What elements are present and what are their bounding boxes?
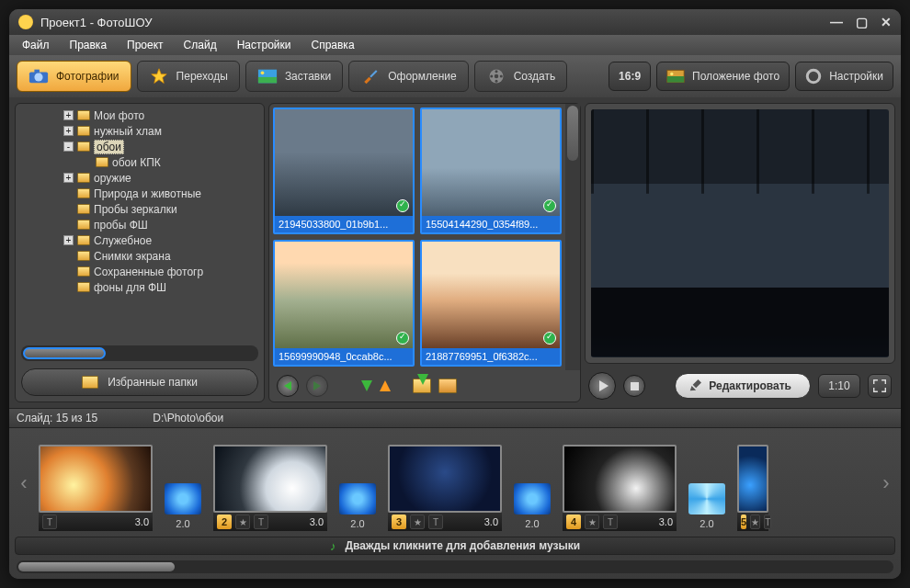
tab-design[interactable]: Оформление bbox=[348, 61, 468, 92]
add-to-folder-icon[interactable] bbox=[413, 379, 431, 393]
star-icon[interactable]: ★ bbox=[750, 514, 760, 529]
tree-node[interactable]: Природа и животные bbox=[17, 186, 262, 201]
tree-toggle-icon[interactable]: - bbox=[63, 141, 74, 152]
aspect-ratio-button[interactable]: 16:9 bbox=[609, 62, 651, 91]
transition[interactable]: 2.0 bbox=[686, 483, 728, 531]
tree-h-scroll[interactable] bbox=[21, 345, 258, 361]
preview-image[interactable] bbox=[591, 109, 889, 357]
folder-icon bbox=[77, 235, 90, 245]
thumbnail[interactable]: 15504144290_0354f89... bbox=[420, 107, 562, 234]
transition[interactable]: 2.0 bbox=[511, 483, 553, 531]
text-icon[interactable]: T bbox=[428, 514, 443, 529]
timeline-next-button[interactable]: › bbox=[877, 435, 895, 531]
menu-item-0[interactable]: Файл bbox=[13, 37, 59, 53]
text-icon[interactable]: T bbox=[254, 514, 268, 529]
tree-toggle-icon[interactable]: + bbox=[63, 173, 74, 183]
folder-tree[interactable]: +Мои фото+нужный хлам-обоиобои КПК+оружи… bbox=[16, 104, 264, 344]
tree-node[interactable]: +нужный хлам bbox=[17, 123, 262, 139]
timeline-h-scroll[interactable] bbox=[17, 560, 893, 573]
close-button[interactable]: ✕ bbox=[881, 15, 892, 29]
reel-icon bbox=[486, 68, 506, 85]
tree-toggle-icon[interactable]: + bbox=[63, 110, 74, 120]
preview-panel bbox=[585, 103, 895, 364]
slide-duration: 3.0 bbox=[484, 516, 498, 527]
title-bar[interactable]: Проект1 - ФотоШОУ — ▢ ✕ bbox=[9, 9, 901, 35]
tab-create[interactable]: Создать bbox=[474, 61, 568, 92]
tree-node[interactable]: +Мои фото bbox=[17, 107, 262, 123]
tree-node[interactable]: Пробы зеркалки bbox=[17, 201, 262, 217]
edit-button[interactable]: Редактировать bbox=[675, 373, 811, 399]
thumbnail[interactable]: 21945033800_01b9b1... bbox=[273, 107, 415, 234]
menu-item-3[interactable]: Слайд bbox=[175, 37, 226, 53]
menu-item-5[interactable]: Справка bbox=[301, 37, 363, 53]
tree-node[interactable]: +Служебное bbox=[17, 232, 262, 248]
tab-splash[interactable]: Заставки bbox=[245, 61, 343, 92]
menu-item-4[interactable]: Настройки bbox=[228, 37, 301, 53]
thumbnail-grid: 21945033800_01b9b1...15504144290_0354f89… bbox=[269, 104, 565, 370]
tab-photos[interactable]: Фотографии bbox=[17, 61, 131, 92]
tree-node[interactable]: пробы ФШ bbox=[17, 217, 262, 232]
text-icon[interactable]: T bbox=[764, 514, 771, 529]
text-icon[interactable]: T bbox=[42, 514, 57, 529]
tree-label: обои КПК bbox=[112, 156, 161, 169]
svg-rect-14 bbox=[667, 76, 684, 83]
minimize-button[interactable]: — bbox=[830, 15, 843, 29]
svg-point-8 bbox=[494, 74, 498, 79]
timeline-slide[interactable]: 2★T3.0 bbox=[213, 445, 327, 531]
checkmark-icon bbox=[396, 332, 409, 345]
fullscreen-icon bbox=[873, 379, 886, 392]
tree-label: Снимки экрана bbox=[94, 250, 171, 263]
timeline-prev-button[interactable]: ‹ bbox=[15, 435, 33, 531]
favorite-folders-button[interactable]: Избранные папки bbox=[21, 368, 258, 396]
tree-label: фоны для ФШ bbox=[94, 281, 166, 294]
pencil-icon bbox=[688, 379, 701, 392]
open-folder-icon[interactable] bbox=[438, 379, 457, 393]
thumbnail[interactable]: 15699990948_0ccab8c... bbox=[273, 240, 415, 367]
current-path: D:\Photo\обои bbox=[153, 412, 223, 424]
tree-node[interactable]: обои КПК bbox=[17, 154, 262, 170]
folder-icon bbox=[77, 141, 90, 152]
stop-button[interactable] bbox=[623, 375, 645, 397]
tree-toggle-icon[interactable]: + bbox=[63, 126, 74, 136]
remove-up-icon[interactable] bbox=[380, 380, 391, 391]
thumb-scrollbar[interactable] bbox=[565, 104, 580, 370]
slide-thumbnail bbox=[563, 445, 677, 513]
play-button[interactable] bbox=[588, 372, 616, 400]
star-icon[interactable]: ★ bbox=[410, 514, 425, 529]
menu-item-1[interactable]: Правка bbox=[61, 37, 117, 53]
timeline-slide[interactable]: 4★T3.0 bbox=[563, 445, 677, 531]
svg-point-1 bbox=[34, 73, 42, 81]
tree-node[interactable]: Снимки экрана bbox=[17, 248, 262, 264]
main-toolbar: Фотографии Переходы Заставки Оформление … bbox=[9, 55, 901, 97]
nav-back-button[interactable] bbox=[277, 375, 299, 397]
checkmark-icon bbox=[543, 199, 556, 212]
transition[interactable]: 2.0 bbox=[336, 483, 379, 531]
settings-button[interactable]: Настройки bbox=[795, 62, 893, 91]
maximize-button[interactable]: ▢ bbox=[856, 15, 868, 29]
star-icon[interactable]: ★ bbox=[235, 514, 250, 529]
tree-node[interactable]: Сохраненные фотогр bbox=[17, 264, 262, 279]
folder-icon bbox=[77, 188, 90, 198]
add-down-icon[interactable] bbox=[361, 380, 372, 391]
thumbnail[interactable]: 21887769951_0f6382c... bbox=[420, 240, 562, 367]
tree-node[interactable]: фоны для ФШ bbox=[17, 279, 262, 295]
nav-forward-button[interactable] bbox=[306, 375, 328, 397]
transition[interactable]: 2.0 bbox=[162, 483, 204, 531]
star-icon[interactable]: ★ bbox=[585, 514, 599, 529]
music-track[interactable]: ♪ Дважды кликните для добавления музыки bbox=[15, 537, 895, 555]
slide-thumbnail bbox=[388, 445, 502, 513]
tree-toggle-icon[interactable]: + bbox=[63, 235, 74, 245]
menu-item-2[interactable]: Проект bbox=[118, 37, 173, 53]
tree-node[interactable]: -обои bbox=[17, 139, 262, 154]
fullscreen-button[interactable] bbox=[868, 374, 892, 398]
transition-duration: 2.0 bbox=[525, 518, 539, 529]
folder-icon bbox=[77, 110, 90, 120]
timeline-slide[interactable]: 3★T3.0 bbox=[388, 445, 502, 531]
text-icon[interactable]: T bbox=[603, 514, 618, 529]
folder-icon bbox=[77, 266, 90, 277]
tree-node[interactable]: +оружие bbox=[17, 170, 262, 186]
tab-transitions[interactable]: Переходы bbox=[137, 61, 240, 92]
timeline-slide[interactable]: T3.0 bbox=[39, 445, 153, 531]
photo-position-button[interactable]: Положение фото bbox=[656, 62, 790, 91]
timeline-slide[interactable]: 5★T bbox=[737, 445, 768, 531]
